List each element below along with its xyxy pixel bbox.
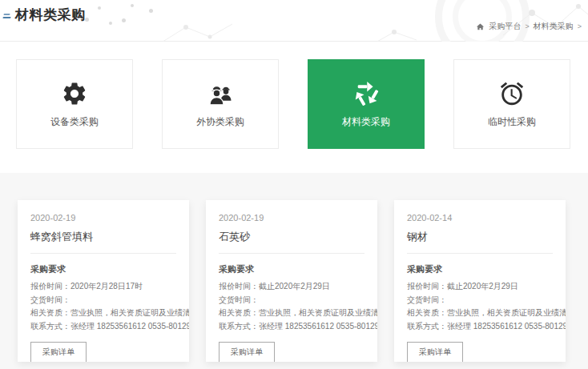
category-label: 设备类采购 — [50, 115, 99, 129]
requirements-heading: 采购要求 — [30, 263, 176, 275]
category-label: 材料类采购 — [342, 115, 390, 129]
breadcrumb-separator: > — [525, 22, 529, 30]
detail-button[interactable]: 采购详单 — [30, 342, 87, 362]
decorative-dot — [149, 9, 153, 13]
listing-row-contact: 联系方式：张经理 18253561612 0535-8012972 — [219, 320, 364, 334]
breadcrumb: 采购平台 > 材料类采购 > — [476, 21, 582, 32]
breadcrumb-current-link[interactable]: 材料类采购 — [534, 21, 574, 32]
decorative-dot — [98, 6, 101, 10]
listing-title: 钢材 — [407, 230, 553, 244]
page-header: 材料类采购 采购平台 > 材料类采购 > — [0, 0, 588, 42]
listing-row-contact: 联系方式：张经理 18253561612 0535-8012972 — [407, 320, 553, 334]
category-card-temporary[interactable]: 临时性采购 — [453, 59, 570, 149]
listing-row-delivery-time: 交货时间： — [219, 294, 364, 307]
listing-row-qualifications: 相关资质：营业执照，相关资质证明及业绩清单等 — [30, 307, 176, 320]
category-section: 设备类采购 外协类采购 — [0, 42, 588, 173]
requirements-heading: 采购要求 — [219, 263, 364, 275]
decorative-dot — [122, 18, 126, 22]
listing-row-quote-time: 报价时间：2020年2月28日17时 — [30, 280, 176, 294]
listing-row-quote-time: 报价时间：截止2020年2月29日 — [219, 280, 364, 294]
divider — [30, 253, 176, 254]
divider — [219, 253, 364, 254]
listing-card: 2020-02-19 蜂窝斜管填料 采购要求 报价时间：2020年2月28日17… — [18, 200, 189, 362]
listing-row-contact: 联系方式：张经理 18253561612 0535-8012972 — [30, 320, 176, 334]
listing-row-qualifications: 相关资质：营业执照，相关资质证明及业绩清单等 — [407, 307, 553, 320]
decorative-dot — [131, 4, 134, 7]
listing-row-quote-time: 报价时间：截止2020年2月29日 — [407, 280, 553, 294]
listing-row-qualifications: 相关资质：营业执照，相关资质证明及业绩清单等 — [219, 307, 364, 320]
recycle-icon — [352, 79, 381, 108]
listing-row-delivery-time: 交货时间： — [407, 294, 553, 307]
listing-date: 2020-02-19 — [219, 213, 364, 223]
listing-date: 2020-02-14 — [407, 213, 553, 223]
listing-title: 石英砂 — [219, 230, 364, 244]
alarm-clock-icon — [498, 79, 526, 108]
page-title: 材料类采购 — [15, 6, 86, 24]
decorative-dot — [109, 22, 112, 25]
detail-button[interactable]: 采购详单 — [219, 342, 275, 362]
home-icon — [476, 22, 485, 31]
listing-card: 2020-02-19 石英砂 采购要求 报价时间：截止2020年2月29日 交货… — [206, 200, 377, 362]
breadcrumb-home-link[interactable]: 采购平台 — [489, 21, 521, 32]
category-label: 外协类采购 — [196, 115, 244, 129]
category-card-outsourcing[interactable]: 外协类采购 — [162, 59, 279, 149]
category-card-materials[interactable]: 材料类采购 — [308, 59, 425, 149]
requirements-heading: 采购要求 — [407, 263, 553, 275]
listing-card: 2020-02-14 钢材 采购要求 报价时间：截止2020年2月29日 交货时… — [394, 200, 566, 362]
category-card-equipment[interactable]: 设备类采购 — [16, 59, 133, 149]
breadcrumb-separator: > — [578, 22, 582, 30]
gear-icon — [61, 79, 88, 108]
listing-date: 2020-02-19 — [30, 213, 176, 223]
workers-icon — [206, 79, 235, 108]
category-label: 临时性采购 — [488, 115, 536, 129]
divider — [407, 253, 553, 254]
detail-button[interactable]: 采购详单 — [407, 342, 463, 362]
menu-icon — [2, 14, 11, 18]
listings-section: 2020-02-19 蜂窝斜管填料 采购要求 报价时间：2020年2月28日17… — [0, 173, 588, 369]
listing-title: 蜂窝斜管填料 — [30, 230, 176, 244]
listing-row-delivery-time: 交货时间： — [30, 294, 176, 307]
